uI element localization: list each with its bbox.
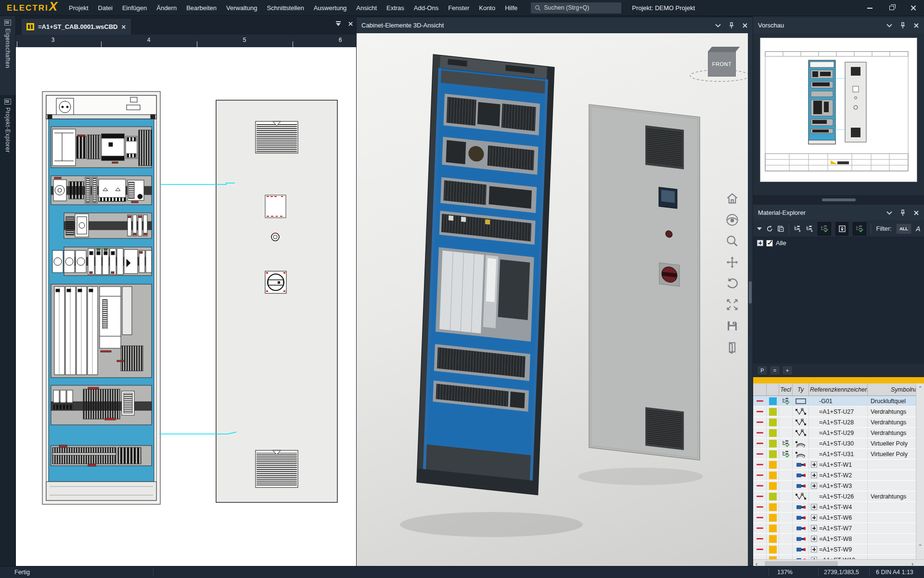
- table-row[interactable]: =A1+ST-U26 Verdrahtungs: [753, 491, 924, 502]
- table-row[interactable]: =A1+ST-U29 Verdrahtungs: [753, 428, 924, 438]
- scroll-down-icon[interactable]: ⌄: [917, 541, 923, 547]
- menu-item-extras[interactable]: Extras: [382, 0, 409, 15]
- dropdown-caret-icon[interactable]: [757, 227, 762, 230]
- column-header-typ[interactable]: Ty: [793, 383, 809, 395]
- zoom-button[interactable]: [725, 234, 739, 248]
- table-row[interactable]: =A1+ST-W9: [753, 544, 924, 555]
- table-row[interactable]: =A1+ST-W4: [753, 502, 924, 512]
- mini-button-=[interactable]: =: [770, 366, 780, 375]
- table-row[interactable]: =A1+ST-U30 Virtueller Poly: [753, 438, 924, 449]
- panel-close-icon[interactable]: [742, 23, 748, 28]
- expand-icon[interactable]: [811, 483, 817, 489]
- panel-close-icon[interactable]: [913, 23, 919, 28]
- horizontal-splitter[interactable]: [753, 195, 924, 205]
- table-row[interactable]: =A1+ST-W2: [753, 470, 924, 481]
- checkbox-checked-icon[interactable]: [766, 240, 773, 247]
- show-placed-toggle[interactable]: [818, 222, 831, 236]
- column-header-reference[interactable]: Referenzkennzeichen: [809, 383, 868, 395]
- filter-next-button[interactable]: A: [916, 225, 920, 233]
- pan-button[interactable]: [725, 255, 739, 269]
- rotate-button[interactable]: [725, 276, 739, 290]
- restore-button[interactable]: [881, 0, 902, 16]
- preview-page[interactable]: [760, 38, 917, 182]
- menu-item-schnittstellen[interactable]: Schnittstellen: [262, 0, 308, 15]
- remove-dash-icon[interactable]: [757, 411, 763, 412]
- zoom-level[interactable]: 137%: [777, 569, 793, 576]
- collapse-chevron-icon[interactable]: [715, 24, 721, 27]
- add-group-icon[interactable]: [794, 225, 801, 233]
- show-checked-toggle[interactable]: [853, 222, 866, 236]
- menu-item-ansicht[interactable]: Ansicht: [351, 0, 382, 15]
- panel-close-icon[interactable]: [913, 210, 919, 216]
- home-view-button[interactable]: [725, 191, 739, 206]
- column-header-tech[interactable]: Tecl: [779, 383, 793, 395]
- remove-dash-icon[interactable]: [757, 453, 763, 455]
- table-row[interactable]: -G01 Druckluftquel: [753, 396, 924, 407]
- remove-dash-icon[interactable]: [757, 527, 763, 529]
- document-tab[interactable]: =A1+ST_CAB.0001.wsCBD: [22, 19, 131, 35]
- menu-item-datei[interactable]: Datei: [93, 0, 117, 15]
- table-row[interactable]: =A1+ST-W7: [753, 523, 924, 534]
- table-row[interactable]: =A1+ST-U28 Verdrahtungs: [753, 417, 924, 428]
- column-header-blank[interactable]: [753, 383, 767, 395]
- mini-button-P[interactable]: P: [757, 366, 768, 375]
- zoom-fit-button[interactable]: [725, 297, 739, 312]
- table-row[interactable]: =A1+ST-W3: [753, 481, 924, 491]
- expand-icon[interactable]: [811, 472, 817, 478]
- refresh-icon[interactable]: [766, 225, 773, 233]
- save-view-button[interactable]: [725, 318, 739, 333]
- pin-icon[interactable]: [729, 22, 734, 29]
- remove-dash-icon[interactable]: [757, 464, 763, 465]
- table-row[interactable]: =A1+ST-W8: [753, 534, 924, 544]
- column-header-color[interactable]: [767, 383, 779, 395]
- table-row[interactable]: =A1+ST-W6: [753, 512, 924, 523]
- remove-dash-icon[interactable]: [757, 400, 763, 402]
- vertical-scrollbar[interactable]: ⌃ ⌄: [916, 383, 924, 559]
- remove-dash-icon[interactable]: [757, 538, 763, 539]
- panel-splitter[interactable]: [748, 33, 753, 566]
- scroll-up-icon[interactable]: ⌃: [917, 385, 923, 391]
- remove-dash-icon[interactable]: [757, 496, 763, 497]
- view-cube[interactable]: FRONT: [706, 46, 740, 79]
- tab-list-icon[interactable]: [335, 21, 341, 26]
- table-row[interactable]: =A1+ST-W1: [753, 460, 924, 470]
- table-row[interactable]: =A1+ST-U27 Verdrahtungs: [753, 407, 924, 417]
- minimize-button[interactable]: [859, 0, 881, 16]
- 3d-viewport[interactable]: FRONT: [357, 33, 748, 566]
- mini-button-+[interactable]: +: [782, 366, 793, 375]
- expand-icon[interactable]: [811, 536, 817, 542]
- remove-dash-icon[interactable]: [757, 517, 763, 518]
- menu-item-hilfe[interactable]: Hilfe: [500, 0, 522, 15]
- expand-icon[interactable]: [811, 546, 817, 552]
- remove-dash-icon[interactable]: [757, 474, 763, 476]
- duplicate-icon[interactable]: [777, 225, 784, 233]
- close-button[interactable]: [902, 0, 924, 16]
- expand-icon[interactable]: [811, 525, 817, 531]
- table-row[interactable]: =A1+ST-U31 Virtueller Poly: [753, 449, 924, 460]
- collapse-chevron-icon[interactable]: [886, 211, 892, 215]
- add-item-icon[interactable]: [806, 225, 813, 233]
- menu-item-auswertung[interactable]: Auswertung: [309, 0, 352, 15]
- tabbar-close-icon[interactable]: [348, 21, 353, 26]
- lock-toggle[interactable]: [835, 222, 848, 236]
- menu-item-ändern[interactable]: Ändern: [152, 0, 181, 15]
- tab-close-icon[interactable]: [121, 25, 126, 29]
- menu-item-konto[interactable]: Konto: [474, 0, 500, 15]
- door-view-button[interactable]: [725, 340, 739, 354]
- menu-item-verwaltung[interactable]: Verwaltung: [221, 0, 262, 15]
- filter-all-button[interactable]: ALL: [896, 223, 911, 234]
- menu-item-bearbeiten[interactable]: Bearbeiten: [181, 0, 221, 15]
- menu-item-einfügen[interactable]: Einfügen: [117, 0, 152, 15]
- expand-icon[interactable]: [757, 240, 763, 246]
- tree-root-row[interactable]: Alle: [757, 239, 920, 247]
- search-input[interactable]: Suchen (Strg+Q): [531, 2, 621, 13]
- remove-dash-icon[interactable]: [757, 506, 763, 508]
- menu-item-add-ons[interactable]: Add-Ons: [409, 0, 443, 15]
- 2d-drawing-canvas[interactable]: 3456: [16, 35, 356, 576]
- sidebar-tab-eigenschaften[interactable]: Eigenschaften: [0, 16, 15, 95]
- pin-icon[interactable]: [900, 210, 906, 216]
- remove-dash-icon[interactable]: [757, 485, 763, 486]
- remove-dash-icon[interactable]: [757, 443, 763, 444]
- expand-icon[interactable]: [811, 514, 817, 521]
- remove-dash-icon[interactable]: [757, 549, 763, 550]
